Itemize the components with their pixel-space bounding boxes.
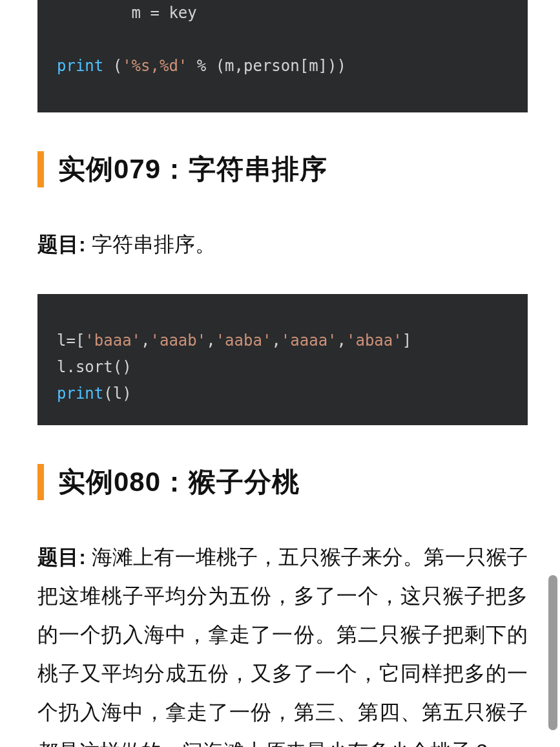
article-content: m = key print ('%s,%d' % (m,person[m])) … [0,0,560,747]
prompt-079: 题目: 字符串排序。 [37,225,528,264]
heading-example-079: 实例079：字符串排序 [37,151,528,187]
code-line: print(l) [57,384,132,403]
prompt-text: 海滩上有一堆桃子，五只猴子来分。第一只猴子把这堆桃子平均分为五份，多了一个，这只… [37,545,528,747]
scrollbar-track[interactable] [546,0,560,747]
prompt-080: 题目: 海滩上有一堆桃子，五只猴子来分。第一只猴子把这堆桃子平均分为五份，多了一… [37,538,528,747]
heading-example-080: 实例080：猴子分桃 [37,464,528,500]
prompt-label: 题目: [37,545,86,569]
prompt-text: 字符串排序。 [86,233,216,256]
keyword-print: print [57,384,103,403]
code-block-078: m = key print ('%s,%d' % (m,person[m])) [37,0,528,112]
code-line: m = key [57,4,197,22]
prompt-label: 题目: [37,233,86,256]
code-line: l=['baaa','aaab','aaba','aaaa','abaa'] [57,331,411,350]
code-line: print ('%s,%d' % (m,person[m])) [57,57,346,75]
code-line: l.sort() [57,358,132,376]
code-block-079: l=['baaa','aaab','aaba','aaaa','abaa'] l… [37,294,528,425]
scrollbar-thumb[interactable] [548,575,557,730]
keyword-print: print [57,57,103,75]
string-literal: '%s,%d' [122,57,187,75]
